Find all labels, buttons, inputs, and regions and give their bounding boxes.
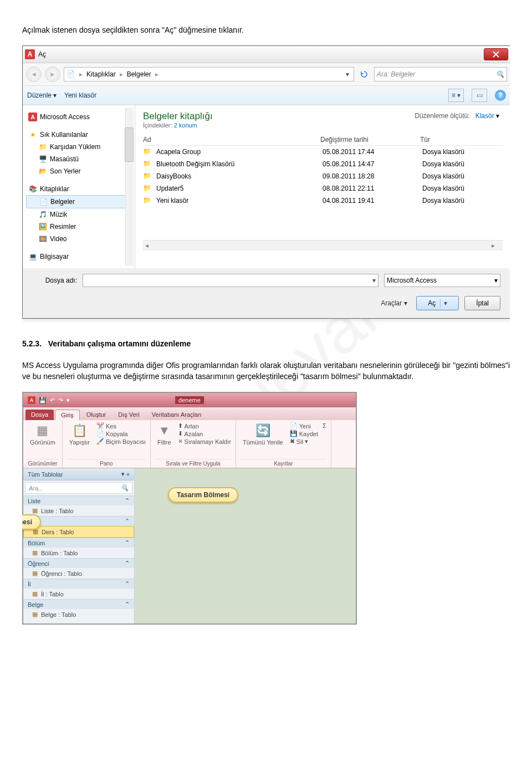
titlebar: A Aç	[23, 46, 510, 63]
tree-item-favorites[interactable]: ★Sık Kullanılanlar	[26, 129, 131, 141]
nav-item[interactable]: ▦Öğrenci : Tablo	[23, 568, 134, 579]
desktop-icon: 🖥️	[38, 155, 47, 163]
nav-tree: AMicrosoft Access ★Sık Kullanılanlar 📁Ka…	[23, 105, 135, 268]
nav-group-header[interactable]: Liste⌃	[23, 495, 134, 505]
tab-create[interactable]: Oluştur	[81, 410, 111, 420]
nav-group-header[interactable]: Bölüm⌃	[23, 538, 134, 548]
scrollbar-thumb[interactable]	[125, 127, 134, 162]
cell-type: Dosya klasörü	[422, 148, 503, 156]
sort-desc-button[interactable]: ⬇Azalan	[178, 430, 231, 437]
new-record-button[interactable]: 📄Yeni	[290, 422, 318, 430]
search-input[interactable]: Ara: Belgeler 🔍	[374, 67, 507, 81]
tree-item-downloads[interactable]: 📁Karşıdan Yüklem	[26, 141, 131, 153]
view-preview-button[interactable]: ▭	[472, 89, 487, 102]
remove-sort-button[interactable]: ⨯Sıralamayı Kaldır	[178, 438, 231, 445]
tab-home[interactable]: Giriş	[55, 410, 80, 420]
cell-type: Dosya klasörü	[422, 172, 503, 180]
column-headers[interactable]: Ad Değiştirme tarihi Tür	[143, 134, 503, 146]
help-button[interactable]: ?	[495, 90, 506, 101]
refresh-all-button[interactable]: 🔄Tümünü Yenile	[241, 422, 285, 447]
scroll-left-icon[interactable]: ◂	[145, 242, 154, 249]
filetype-select[interactable]: Microsoft Access ▾	[384, 274, 500, 287]
table-row[interactable]: 📁 Yeni klasör 04.08.2011 19:41 Dosya kla…	[143, 195, 503, 207]
delete-record-button[interactable]: ✖Sil ▾	[290, 438, 318, 445]
cut-button[interactable]: ✂️Kes	[96, 422, 146, 430]
nav-forward-button[interactable]: ►	[45, 67, 60, 82]
nav-item[interactable]: ▦Liste : Tablo	[23, 505, 134, 516]
table-row[interactable]: 📁 Updater5 08.08.2011 22:11 Dosya klasör…	[143, 182, 503, 195]
location-count-link[interactable]: 2 konum	[174, 122, 197, 129]
collapse-icon[interactable]: «	[126, 471, 130, 477]
sort-criteria[interactable]: Düzenleme ölçütü: Klasör ▾	[415, 112, 499, 120]
view-list-button[interactable]: ≡ ▾	[448, 89, 464, 102]
sort-asc-button[interactable]: ⬆Artan	[178, 422, 231, 430]
tree-item-desktop[interactable]: 🖥️Masaüstü	[26, 153, 131, 165]
column-type[interactable]: Tür	[420, 136, 503, 144]
column-date[interactable]: Değiştirme tarihi	[320, 136, 420, 144]
scroll-right-icon[interactable]: ▸	[492, 242, 500, 249]
tree-item-documents[interactable]: 📄Belgeler	[26, 195, 131, 208]
tab-file[interactable]: Dosya	[25, 410, 54, 420]
table-row[interactable]: 📁 Acapela Group 05.08.2011 17:44 Dosya k…	[143, 146, 503, 158]
download-folder-icon: 📁	[38, 142, 47, 151]
cut-icon: ✂️	[96, 422, 104, 430]
nav-group-header[interactable]: İl⌃	[23, 579, 134, 589]
undo-icon[interactable]: ↶	[50, 397, 55, 404]
format-painter-button[interactable]: 🖌️Biçim Boyacısı	[96, 438, 146, 445]
redo-icon[interactable]: ↷	[58, 397, 63, 404]
qat-dropdown[interactable]: ▾	[66, 397, 70, 404]
nav-item[interactable]: ▦Ders : Tablo	[23, 526, 134, 538]
paste-button[interactable]: 📋Yapıştır	[67, 422, 92, 447]
table-row[interactable]: 📁 DaisyBooks 09.08.2011 18:28 Dosya klas…	[143, 170, 503, 182]
breadcrumb-dropdown[interactable]: ▾	[344, 70, 351, 78]
nav-search-input[interactable]: Ara...🔍	[25, 482, 132, 494]
column-name[interactable]: Ad	[143, 136, 320, 144]
open-button[interactable]: Aç▾	[416, 296, 459, 310]
tree-item-pictures[interactable]: 🖼️Resimler	[26, 221, 131, 233]
filter-button[interactable]: ▼Filtre	[155, 422, 173, 447]
view-button[interactable]: ▦Görünüm	[28, 422, 58, 447]
tree-item-access[interactable]: AMicrosoft Access	[26, 111, 131, 123]
breadcrumb[interactable]: 📄 ▸ Kitaplıklar ▸ Belgeler ▸ ▾	[64, 67, 354, 81]
table-row[interactable]: 📁 Bluetooth Değişim Klasörü 05.08.2011 1…	[143, 158, 503, 170]
tree-item-recent[interactable]: 📂Son Yerler	[26, 165, 131, 177]
refresh-button[interactable]	[357, 68, 371, 81]
db-name: deneme	[175, 396, 204, 404]
search-icon: 🔍	[121, 484, 129, 492]
cell-date: 05.08.2011 17:44	[323, 148, 422, 156]
tree-item-video[interactable]: 🎞️Video	[26, 233, 131, 245]
tools-button[interactable]: Araçlar ▾	[377, 296, 411, 310]
chevron-right-icon: ▸	[118, 70, 125, 78]
tree-item-music[interactable]: 🎵Müzik	[26, 208, 131, 221]
nav-item[interactable]: ▦İl : Tablo	[23, 589, 134, 599]
horizontal-scrollbar[interactable]: ◂ ▸	[143, 240, 503, 251]
save-icon[interactable]: 💾	[39, 397, 47, 404]
new-folder-button[interactable]: Yeni klasör	[64, 91, 96, 99]
tab-database-tools[interactable]: Veritabanı Araçları	[146, 410, 207, 420]
nav-back-button[interactable]: ◄	[26, 67, 42, 82]
close-button[interactable]	[484, 48, 508, 60]
split-chevron-icon[interactable]: ▾	[440, 299, 447, 307]
cancel-button[interactable]: İptal	[464, 296, 500, 310]
save-record-button[interactable]: 💾Kaydet	[290, 430, 318, 437]
filename-input[interactable]: ▾	[83, 274, 378, 287]
nav-pane-header[interactable]: Tüm Tablolar ▾ «	[23, 468, 134, 481]
nav-group-header[interactable]: Belge⌃	[23, 599, 134, 609]
cell-date: 09.08.2011 18:28	[323, 172, 422, 180]
breadcrumb-item[interactable]: Kitaplıklar	[84, 70, 118, 78]
collapse-icon: ⌃	[125, 518, 130, 525]
chevron-down-icon[interactable]: ▾	[372, 277, 376, 284]
tab-external-data[interactable]: Dış Veri	[112, 410, 145, 420]
address-bar: ◄ ► 📄 ▸ Kitaplıklar ▸ Belgeler ▸ ▾ Ara: …	[23, 63, 510, 86]
nav-item[interactable]: ▦Belge : Tablo	[23, 609, 134, 620]
group-views: ▦Görünüm Görünümler	[23, 420, 63, 468]
cell-name: Bluetooth Değişim Klasörü	[156, 160, 323, 168]
organize-button[interactable]: Düzenle ▾	[27, 91, 57, 99]
nav-item[interactable]: ▦Bölüm : Tablo	[23, 548, 134, 558]
tree-item-libraries[interactable]: 📚Kitaplıklar	[26, 183, 131, 195]
tree-item-computer[interactable]: 💻Bilgisayar	[26, 251, 131, 263]
nav-group-header[interactable]: Öğrenci⌃	[23, 558, 134, 568]
breadcrumb-item[interactable]: Belgeler	[125, 70, 154, 78]
copy-button[interactable]: 📄Kopyala	[96, 430, 146, 437]
library-subtitle: İçindekiler: 2 konum	[143, 122, 503, 129]
